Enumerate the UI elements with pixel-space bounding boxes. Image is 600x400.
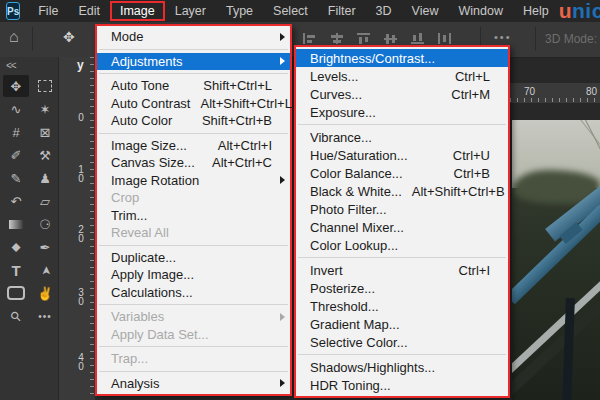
distribute-icon[interactable] (437, 32, 452, 45)
align-bottom-edges-icon[interactable] (410, 32, 425, 45)
menubar-item-image[interactable]: Image (110, 1, 165, 21)
shape-icon (7, 286, 25, 300)
menu-item-brightness-contrast[interactable]: Brightness/Contrast... (296, 49, 508, 67)
menu-item-levels[interactable]: Levels...Ctrl+L (296, 67, 508, 85)
menu-item-analysis[interactable]: Analysis (97, 375, 290, 393)
horizontal-ruler: 70 80 (510, 83, 600, 103)
gradient-icon (9, 220, 23, 229)
vertical-ruler: 0 10 20 30 40 (58, 57, 95, 400)
ruler-tick-label: 70 (524, 86, 535, 97)
menu-item-auto-color[interactable]: Auto ColorShift+Ctrl+B (97, 112, 290, 130)
crop-tool[interactable]: # (3, 121, 29, 143)
menubar-item-3d[interactable]: 3D (366, 0, 402, 22)
history-brush-tool[interactable]: ↶ (3, 190, 29, 212)
menubar-item-filter[interactable]: Filter (318, 0, 366, 22)
gradient-tool[interactable] (3, 213, 29, 235)
menu-separator (298, 124, 506, 125)
menubar-item-edit[interactable]: Edit (68, 0, 110, 22)
menu-item-adjustments[interactable]: Adjustments (97, 53, 290, 71)
align-left-edges-icon[interactable] (302, 32, 317, 45)
move-tool-options-icon[interactable]: ✥ (63, 29, 75, 45)
menu-separator (99, 346, 288, 347)
brush-icon: ✎ (11, 171, 22, 186)
ruler-tick-label: 40 (77, 353, 85, 371)
shape-tool[interactable] (3, 282, 29, 304)
menu-item-posterize[interactable]: Posterize... (296, 279, 508, 297)
menu-item-color-lookup[interactable]: Color Lookup... (296, 236, 508, 254)
menu-item-crop: Crop (97, 189, 290, 207)
spot-healing-tool[interactable]: ⚒ (32, 144, 58, 166)
path-selection-tool[interactable]: ➤ (32, 259, 58, 281)
submenu-arrow-icon (280, 57, 285, 65)
more-tools-button[interactable]: ••• (32, 305, 58, 327)
clone-stamp-tool[interactable]: ♟ (32, 167, 58, 189)
menu-item-auto-tone[interactable]: Auto ToneShift+Ctrl+L (97, 77, 290, 95)
menu-item-duplicate[interactable]: Duplicate... (97, 249, 290, 267)
eraser-tool[interactable]: ▱ (32, 190, 58, 212)
menu-item-canvas-size[interactable]: Canvas Size...Alt+Ctrl+C (97, 154, 290, 172)
menu-item-image-rotation[interactable]: Image Rotation (97, 172, 290, 190)
eyedropper-tool[interactable]: ✐ (3, 144, 29, 166)
menu-item-hdr-toning[interactable]: HDR Toning... (296, 376, 508, 394)
align-top-edges-icon[interactable] (356, 32, 371, 45)
blur-tool[interactable]: ⬥ (3, 236, 29, 258)
zoom-icon: ⚲ (7, 307, 24, 324)
menu-item-vibrance[interactable]: Vibrance... (296, 128, 508, 146)
spot-healing-icon: ⚒ (39, 148, 51, 163)
menu-item-black-white[interactable]: Black & White...Alt+Shift+Ctrl+B (296, 182, 508, 200)
frame-tool[interactable]: ⊠ (32, 121, 58, 143)
align-horizontal-centers-icon[interactable] (329, 32, 344, 45)
magic-wand-tool[interactable]: ✶ (32, 98, 58, 120)
menubar-item-layer[interactable]: Layer (165, 0, 216, 22)
type-tool[interactable]: T (3, 259, 29, 281)
lasso-tool[interactable]: ∿ (3, 98, 29, 120)
menu-item-curves[interactable]: Curves...Ctrl+M (296, 85, 508, 103)
menubar-item-view[interactable]: View (402, 0, 449, 22)
menu-item-hue-saturation[interactable]: Hue/Saturation...Ctrl+U (296, 146, 508, 164)
align-vertical-centers-icon[interactable] (383, 32, 398, 45)
menu-item-reveal-all: Reveal All (97, 224, 290, 242)
menubar-item-help[interactable]: Help (513, 0, 559, 22)
menu-item-exposure[interactable]: Exposure... (296, 103, 508, 121)
menu-item-gradient-map[interactable]: Gradient Map... (296, 315, 508, 333)
hand-icon: ✌ (37, 286, 53, 301)
eyedropper-icon: ✐ (11, 148, 22, 163)
hand-tool[interactable]: ✌ (32, 282, 58, 304)
menu-item-calculations[interactable]: Calculations... (97, 284, 290, 302)
menu-item-channel-mixer[interactable]: Channel Mixer... (296, 218, 508, 236)
menu-item-auto-contrast[interactable]: Auto ContrastAlt+Shift+Ctrl+L (97, 95, 290, 113)
menu-item-trim[interactable]: Trim... (97, 207, 290, 225)
menu-item-mode[interactable]: Mode (97, 28, 290, 46)
home-icon[interactable]: ⌂ (9, 28, 19, 46)
menu-item-invert[interactable]: InvertCtrl+I (296, 261, 508, 279)
menu-item-color-balance[interactable]: Color Balance...Ctrl+B (296, 164, 508, 182)
document-window: 70 80 (510, 57, 600, 400)
menu-separator (298, 354, 506, 355)
menu-item-image-size[interactable]: Image Size...Alt+Ctrl+I (97, 137, 290, 155)
alignment-buttons-group (302, 32, 452, 45)
pen-tool[interactable]: ✒ (32, 236, 58, 258)
canvas-photo[interactable] (512, 120, 600, 400)
menubar-item-type[interactable]: Type (216, 0, 263, 22)
menu-item-photo-filter[interactable]: Photo Filter... (296, 200, 508, 218)
move-tool[interactable]: ✥ (3, 75, 29, 97)
menu-separator (99, 133, 288, 134)
menubar-item-window[interactable]: Window (448, 0, 512, 22)
menubar-item-file[interactable]: File (28, 0, 68, 22)
brush-tool[interactable]: ✎ (3, 167, 29, 189)
menu-item-threshold[interactable]: Threshold... (296, 297, 508, 315)
more-options-icon[interactable]: ••• (494, 31, 512, 43)
menu-separator (99, 49, 288, 50)
collapse-panel-button[interactable]: << (0, 57, 58, 73)
eraser-icon: ▱ (40, 194, 50, 209)
menu-item-apply-image[interactable]: Apply Image... (97, 266, 290, 284)
menu-item-shadows-highlights[interactable]: Shadows/Highlights... (296, 358, 508, 376)
menu-item-apply-data-set: Apply Data Set... (97, 326, 290, 344)
dodge-tool[interactable]: ⚆ (32, 213, 58, 235)
rectangular-marquee-tool[interactable] (32, 75, 58, 97)
submenu-arrow-icon (280, 313, 285, 321)
menubar-item-select[interactable]: Select (263, 0, 318, 22)
magic-wand-icon: ✶ (40, 102, 51, 117)
zoom-tool[interactable]: ⚲ (3, 305, 29, 327)
menu-item-selective-color[interactable]: Selective Color... (296, 333, 508, 351)
